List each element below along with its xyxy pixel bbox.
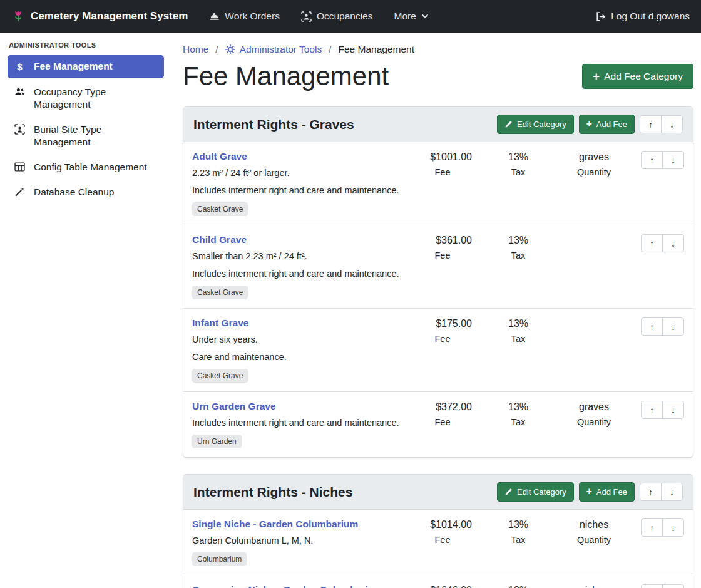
nav-more[interactable]: More (394, 11, 429, 22)
arrow-down-icon: ↓ (671, 322, 675, 331)
fee-descriptions: Smaller than 2.23 m² / 24 ft².Includes i… (192, 250, 399, 281)
fee-amount-label: Fee (406, 250, 479, 260)
add-fee-button[interactable]: + Add Fee (579, 482, 635, 502)
fee-name-link[interactable]: Companion Niche - Garden Columbarium (192, 584, 382, 588)
arrow-up-icon: ↑ (648, 488, 653, 497)
sidebar-item-fee-management[interactable]: $ Fee Management (8, 55, 164, 78)
fee-quantity-column: niches Quantity (557, 518, 631, 545)
fee-description: Under six years. (192, 333, 399, 346)
page-title: Fee Management (183, 61, 389, 91)
breadcrumb-home[interactable]: Home (183, 44, 208, 55)
arrow-down-icon: ↓ (670, 120, 674, 129)
fee-amount-column: $372.00 Fee (406, 401, 479, 427)
move-fee-up-button[interactable]: ↑ (641, 151, 663, 169)
fee-amount-value: $1014.00 (406, 519, 479, 530)
category-reorder-group: ↑ ↓ (640, 483, 683, 501)
move-category-down-button[interactable]: ↓ (661, 115, 683, 133)
plus-icon: + (586, 120, 592, 128)
move-fee-up-button[interactable]: ↑ (641, 518, 663, 537)
arrow-down-icon: ↓ (671, 156, 675, 165)
arrow-down-icon: ↓ (670, 488, 674, 497)
nav-occupancies[interactable]: Occupancies (301, 11, 373, 22)
fee-tax-label: Tax (488, 417, 548, 427)
fee-quantity-value: niches (557, 519, 631, 530)
fee-tax-label: Tax (488, 250, 548, 260)
fee-amount-label: Fee (406, 535, 479, 545)
add-fee-category-label: Add Fee Category (604, 71, 683, 81)
move-fee-up-button[interactable]: ↑ (641, 401, 663, 419)
add-fee-category-button[interactable]: + Add Fee Category (582, 64, 693, 89)
sidebar-item-occupancy-type-management[interactable]: Occupancy Type Management (8, 81, 164, 116)
move-fee-up-button[interactable]: ↑ (641, 584, 663, 588)
fee-name-link[interactable]: Infant Grave (192, 317, 248, 329)
move-fee-up-button[interactable]: ↑ (641, 234, 663, 252)
fee-amount-value: $372.00 (406, 401, 479, 413)
breadcrumb-admin-tools[interactable]: Administrator Tools (225, 44, 322, 55)
fee-name-link[interactable]: Single Niche - Garden Columbarium (192, 518, 358, 530)
fee-type-badge: Casket Grave (192, 286, 248, 299)
add-fee-button[interactable]: + Add Fee (579, 115, 635, 134)
sidebar-item-label: Config Table Management (34, 161, 147, 173)
fee-category-card: Interment Rights - Graves Edit Category … (183, 106, 693, 458)
logout-label: Log Out d.gowans (611, 11, 690, 22)
sidebar: ADMINISTRATOR TOOLS $ Fee Management Occ… (0, 33, 170, 588)
category-title: Interment Rights - Graves (193, 117, 354, 132)
move-fee-down-button[interactable]: ↓ (662, 234, 684, 252)
logout-link[interactable]: Log Out d.gowans (595, 11, 690, 22)
fee-amount-column: $1646.00 Fee (406, 584, 479, 588)
plus-icon: + (593, 72, 600, 81)
fee-quantity-column: graves Quantity (557, 151, 631, 177)
people-icon (14, 86, 26, 97)
fee-tax-label: Tax (488, 334, 548, 344)
brand-title: Cemetery Management System (31, 10, 188, 23)
edit-category-button[interactable]: Edit Category (497, 115, 574, 134)
fee-category-card: Interment Rights - Niches Edit Category … (183, 474, 693, 588)
fee-description: Includes interment right and care and ma… (192, 416, 399, 430)
move-category-up-button[interactable]: ↑ (640, 115, 662, 133)
move-fee-up-button[interactable]: ↑ (641, 317, 663, 336)
sidebar-heading: ADMINISTRATOR TOOLS (8, 41, 164, 55)
breadcrumb: Home / Administrator T (183, 44, 693, 55)
page-header: Fee Management + Add Fee Category (183, 61, 693, 91)
fee-amount-column: $1014.00 Fee (406, 518, 479, 545)
person-box-icon (14, 124, 26, 135)
hardhat-icon (209, 11, 220, 22)
fee-tax-column: 13% Tax (488, 151, 548, 177)
fee-description: Care and maintenance. (192, 351, 399, 364)
fee-amount-value: $361.00 (406, 235, 479, 246)
move-fee-down-button[interactable]: ↓ (662, 151, 684, 169)
app-brand[interactable]: Cemetery Management System (11, 9, 188, 23)
plus-icon: + (586, 488, 592, 495)
move-fee-down-button[interactable]: ↓ (662, 401, 684, 419)
move-category-up-button[interactable]: ↑ (640, 483, 662, 501)
fee-quantity-column: niches Quantity (557, 584, 631, 588)
fee-descriptions: 2.23 m² / 24 ft² or larger.Includes inte… (192, 167, 399, 197)
sidebar-item-burial-site-type-management[interactable]: Burial Site Type Management (8, 118, 164, 153)
fee-descriptions: Includes interment right and care and ma… (192, 416, 399, 430)
sidebar-item-label: Database Cleanup (34, 186, 114, 199)
edit-category-button[interactable]: Edit Category (497, 482, 574, 502)
category-fee-list: Adult Grave 2.23 m² / 24 ft² or larger.I… (183, 142, 693, 457)
arrow-down-icon: ↓ (671, 406, 675, 415)
tulip-logo-icon (11, 9, 25, 23)
fee-quantity-column: graves Quantity (557, 401, 631, 427)
sidebar-item-config-table-management[interactable]: Config Table Management (8, 156, 164, 178)
fee-name-link[interactable]: Adult Grave (192, 151, 247, 162)
move-fee-down-button[interactable]: ↓ (662, 317, 684, 336)
move-fee-down-button[interactable]: ↓ (662, 584, 684, 588)
sidebar-item-label: Burial Site Type Management (34, 123, 158, 148)
fee-amount-column: $361.00 Fee (406, 234, 479, 260)
sidebar-item-database-cleanup[interactable]: Database Cleanup (8, 181, 164, 204)
breadcrumb-separator: / (215, 44, 218, 55)
fee-tax-column: 13% Tax (488, 317, 548, 344)
move-fee-down-button[interactable]: ↓ (662, 518, 684, 537)
fee-tax-value: 13% (488, 152, 548, 163)
fee-name-link[interactable]: Urn Garden Grave (192, 401, 276, 412)
fee-info: Single Niche - Garden Columbarium Garden… (192, 518, 406, 566)
nav-work-orders[interactable]: Work Orders (209, 11, 280, 22)
fee-info: Companion Niche - Garden Columbarium Gar… (192, 584, 406, 588)
category-fee-list: Single Niche - Garden Columbarium Garden… (183, 510, 693, 588)
category-header: Interment Rights - Graves Edit Category … (183, 107, 693, 142)
fee-name-link[interactable]: Child Grave (192, 234, 247, 245)
move-category-down-button[interactable]: ↓ (661, 483, 683, 501)
